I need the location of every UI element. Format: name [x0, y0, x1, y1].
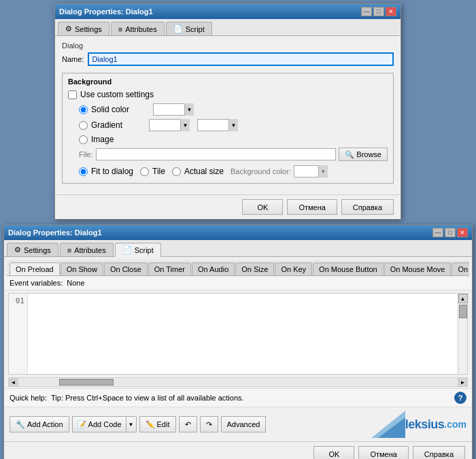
tile-radio[interactable]	[140, 167, 149, 176]
tile-row: Tile	[140, 167, 165, 176]
script-tab-close[interactable]: On Close	[104, 262, 148, 275]
bg-color-select[interactable]	[294, 165, 328, 177]
scroll-right-arrow[interactable]: ►	[458, 378, 467, 386]
add-code-label: Add Code	[88, 420, 122, 428]
svg-marker-1	[378, 418, 405, 438]
background-label: Background	[68, 78, 388, 86]
close-btn-2[interactable]: ✕	[457, 228, 468, 237]
help-btn-2[interactable]: Справка	[413, 446, 465, 459]
attributes-icon-1: ≡	[118, 25, 122, 33]
tab-settings-2[interactable]: ⚙ Settings	[7, 243, 58, 256]
add-code-main[interactable]: 📝 Add Code	[73, 417, 126, 432]
actual-radio[interactable]	[172, 167, 181, 176]
attributes-icon-2: ≡	[67, 246, 71, 254]
window2-title: Dialog Properties: Dialog1	[8, 228, 102, 237]
ok-btn-2[interactable]: OK	[313, 446, 354, 459]
image-row: Image	[79, 135, 388, 144]
minimize-btn-1[interactable]: —	[361, 7, 372, 16]
undo-btn[interactable]: ↶	[179, 416, 197, 432]
ok-btn-1[interactable]: OK	[242, 199, 283, 215]
file-input[interactable]	[96, 148, 337, 160]
vertical-scrollbar[interactable]: ▲	[458, 294, 467, 374]
script-icon-1: 📄	[173, 24, 183, 33]
tab-script-label-2: Script	[135, 246, 154, 254]
gradient-row: Gradient ▼ ▼	[79, 119, 388, 131]
undo-icon: ↶	[185, 420, 191, 429]
bg-color-row: Background color: ▼	[231, 165, 328, 177]
use-custom-checkbox[interactable]	[68, 90, 77, 99]
tab-script-label-1: Script	[186, 25, 205, 33]
tab-script-2[interactable]: 📄 Script	[115, 243, 161, 257]
browse-button[interactable]: 🔍 Browse	[339, 148, 388, 161]
script-tab-audio[interactable]: On Audio	[192, 262, 235, 275]
settings-icon-2: ⚙	[14, 245, 21, 254]
actual-row: Actual size	[172, 167, 224, 176]
script-tab-mouse-button[interactable]: On Mouse Button	[313, 262, 384, 275]
script-tab-size[interactable]: On Size	[235, 262, 274, 275]
toolbar-row: 🔧 Add Action 📝 Add Code ▼ ✏️ Edit ↶ ↷ Ad…	[4, 407, 472, 441]
actual-label: Actual size	[184, 167, 224, 176]
add-code-arrow[interactable]: ▼	[126, 417, 136, 432]
use-custom-label: Use custom settings	[80, 90, 154, 99]
tab-attributes-1[interactable]: ≡ Attributes	[111, 22, 165, 35]
tab-attributes-2[interactable]: ≡ Attributes	[60, 243, 114, 256]
add-code-btn[interactable]: 📝 Add Code ▼	[72, 416, 137, 432]
gradient-select2[interactable]	[197, 119, 238, 131]
fit-radio[interactable]	[79, 167, 88, 176]
window1-content: Dialog Name: Background Use custom setti…	[55, 36, 401, 194]
gradient-select1[interactable]	[149, 119, 190, 131]
event-vars-label: Event variables:	[10, 279, 63, 287]
cancel-btn-1[interactable]: Отмена	[287, 199, 337, 215]
edit-btn[interactable]: ✏️ Edit	[139, 416, 176, 432]
script-tab-timer[interactable]: On Timer	[148, 262, 191, 275]
tab-settings-1[interactable]: ⚙ Settings	[58, 22, 109, 35]
gradient-label: Gradient	[91, 120, 122, 130]
window2: Dialog Properties: Dialog1 — □ ✕ ⚙ Setti…	[3, 224, 473, 459]
tab-settings-label-2: Settings	[24, 246, 51, 254]
maximize-btn-1[interactable]: □	[373, 7, 384, 16]
script-tab-key[interactable]: On Key	[275, 262, 312, 275]
script-tab-preload[interactable]: On Preload	[10, 262, 60, 276]
tab-attributes-label-1: Attributes	[125, 25, 156, 33]
minimize-btn-2[interactable]: —	[432, 228, 443, 237]
solid-color-row: Solid color ▼	[79, 103, 388, 116]
help-btn-1[interactable]: Справка	[341, 199, 394, 215]
bg-color-label: Background color:	[231, 167, 291, 175]
dialog-section-label: Dialog	[62, 41, 394, 50]
tab-bar-2: ⚙ Settings ≡ Attributes 📄 Script	[4, 240, 472, 257]
help-icon-btn[interactable]: ?	[454, 392, 466, 404]
solid-color-select[interactable]	[153, 103, 194, 116]
script-tab-bar: On Preload On Show On Close On Timer On …	[7, 260, 469, 276]
add-action-btn[interactable]: 🔧 Add Action	[10, 416, 69, 432]
h-scroll-thumb[interactable]	[59, 379, 114, 386]
close-btn-1[interactable]: ✕	[386, 7, 396, 16]
image-label: Image	[91, 135, 114, 144]
background-group: Background Use custom settings Solid col…	[62, 73, 394, 184]
scroll-up-arrow[interactable]: ▲	[458, 294, 468, 303]
title-bar-buttons-1: — □ ✕	[361, 7, 396, 16]
script-tab-show[interactable]: On Show	[61, 262, 103, 275]
cancel-btn-2[interactable]: Отмена	[358, 446, 408, 459]
browse-icon: 🔍	[345, 150, 354, 159]
tab-bar-1: ⚙ Settings ≡ Attributes 📄 Script	[55, 19, 401, 36]
watermark-area: leksius .com	[371, 411, 466, 438]
scroll-left-arrow[interactable]: ◄	[9, 378, 18, 386]
name-input[interactable]	[88, 52, 394, 66]
gradient-radio[interactable]	[79, 121, 88, 130]
scroll-thumb[interactable]	[459, 305, 467, 318]
tab-script-1[interactable]: 📄 Script	[166, 22, 212, 35]
title-bar-1: Dialog Properties: Dialog1 — □ ✕	[55, 4, 401, 19]
edit-label: Edit	[157, 420, 170, 428]
redo-btn[interactable]: ↷	[200, 416, 218, 432]
redo-icon: ↷	[206, 420, 212, 429]
code-editor[interactable]	[28, 294, 458, 374]
script-tab-mouse-wheel[interactable]: On Mouse Wheel	[452, 262, 469, 275]
watermark-domain: .com	[444, 419, 466, 430]
bg-color-select-wrapper: ▼	[294, 165, 328, 177]
script-tab-mouse-move[interactable]: On Mouse Move	[384, 262, 452, 275]
horizontal-scrollbar[interactable]: ◄ ►	[8, 377, 468, 387]
maximize-btn-2[interactable]: □	[445, 228, 456, 237]
advanced-btn[interactable]: Advanced	[221, 416, 267, 432]
solid-color-radio[interactable]	[79, 105, 88, 114]
image-radio[interactable]	[79, 135, 88, 144]
